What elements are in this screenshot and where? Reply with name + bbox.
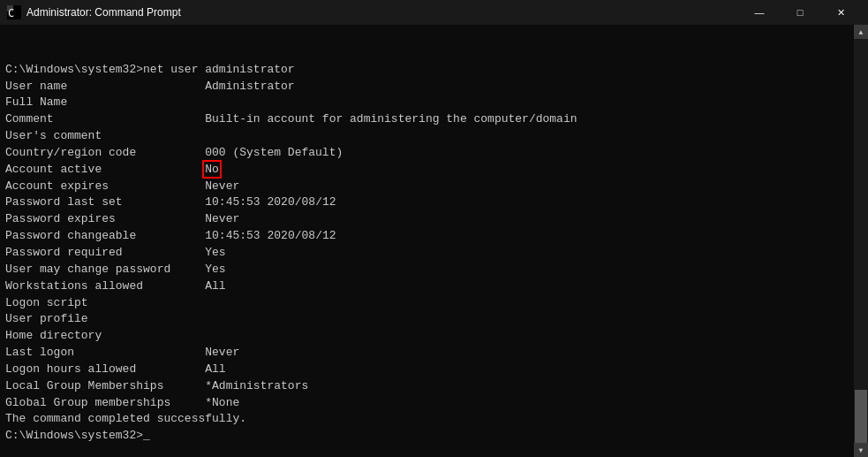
console-line-15: Workstations allowed All bbox=[5, 278, 849, 295]
console-line-7: Account expires Never bbox=[5, 179, 849, 195]
console-line-12: Password required Yes bbox=[5, 245, 849, 262]
minimize-button[interactable]: — bbox=[739, 0, 780, 25]
console-output[interactable]: C:\Windows\system32>net user administrat… bbox=[0, 25, 854, 457]
scroll-up-button[interactable]: ▲ bbox=[854, 25, 868, 39]
cmd-icon: C bbox=[7, 5, 21, 19]
account-active-value: No bbox=[205, 163, 219, 176]
console-line-11: Password changeable ‏12/‏08/‏2020 10:45:… bbox=[5, 228, 849, 245]
close-button[interactable]: ✕ bbox=[820, 0, 861, 25]
console-line-9: Password last set ‏12/‏08/‏2020 10:45:53 bbox=[5, 194, 849, 211]
console-line-25: The command completed successfully. bbox=[5, 411, 849, 428]
console-line-21: Logon hours allowed All bbox=[5, 362, 849, 378]
console-line-17: User profile bbox=[5, 311, 849, 328]
console-line-0: C:\Windows\system32>net user administrat… bbox=[5, 62, 849, 79]
console-line-1: User name Administrator bbox=[5, 79, 849, 95]
scroll-track[interactable] bbox=[854, 39, 868, 443]
console-line-19: Last logon Never bbox=[5, 345, 849, 362]
console-line-23: Local Group Memberships *Administrators bbox=[5, 378, 849, 395]
console-line-16: Logon script bbox=[5, 295, 849, 312]
scroll-down-button[interactable]: ▼ bbox=[854, 443, 868, 457]
console-line-3: Comment Built-in account for administeri… bbox=[5, 111, 849, 128]
scrollbar[interactable]: ▲ ▼ bbox=[854, 25, 868, 457]
console-line-10: Password expires Never bbox=[5, 211, 849, 228]
console-line-13: User may change password Yes bbox=[5, 262, 849, 278]
svg-rect-2 bbox=[7, 5, 13, 11]
console-line-5: Country/region code 000 (System Default) bbox=[5, 145, 849, 162]
console-line-4: User's comment bbox=[5, 128, 849, 145]
scroll-thumb[interactable] bbox=[855, 390, 867, 443]
console-line-6: Account active No bbox=[5, 162, 849, 179]
window-controls: — □ ✕ bbox=[739, 0, 861, 25]
console-line-18: Home directory bbox=[5, 328, 849, 345]
title-bar: C Administrator: Command Prompt — □ ✕ bbox=[0, 0, 868, 25]
maximize-button[interactable]: □ bbox=[780, 0, 820, 25]
window-title: Administrator: Command Prompt bbox=[26, 6, 739, 19]
console-line-24: Global Group memberships *None bbox=[5, 395, 849, 412]
console-line-27: C:\Windows\system32>_ bbox=[5, 428, 849, 445]
console-line-2: Full Name bbox=[5, 95, 849, 111]
console-area: C:\Windows\system32>net user administrat… bbox=[0, 25, 868, 457]
command-prompt-window: C Administrator: Command Prompt — □ ✕ C:… bbox=[0, 0, 868, 457]
